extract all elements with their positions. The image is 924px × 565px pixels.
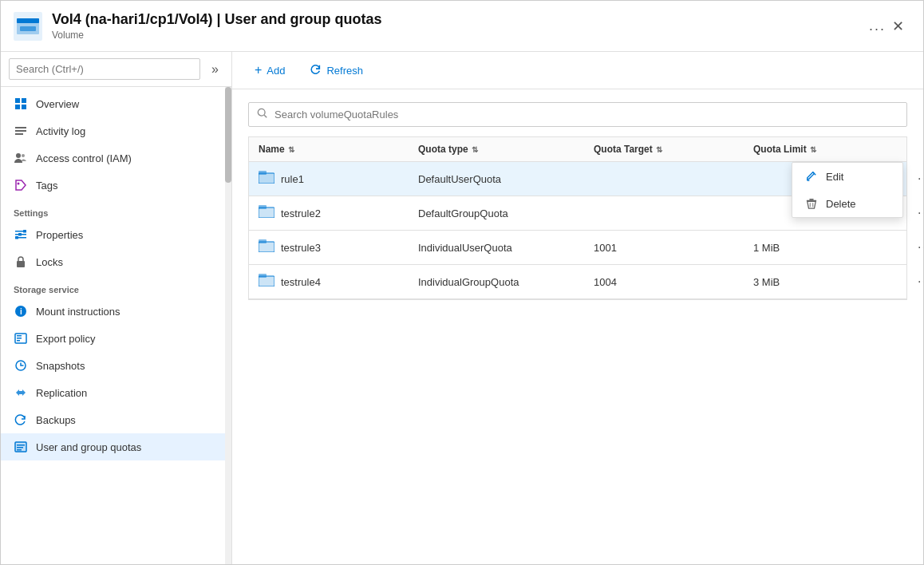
svg-point-13 bbox=[18, 183, 20, 185]
header-ellipsis-button[interactable]: ... bbox=[869, 18, 886, 34]
svg-rect-26 bbox=[17, 340, 20, 342]
search-input[interactable] bbox=[9, 58, 200, 80]
sidebar-item-label-tags: Tags bbox=[36, 180, 57, 192]
edit-label: Edit bbox=[826, 171, 843, 183]
snapshot-icon bbox=[14, 358, 28, 373]
td-type-testrule4: IndividualGroupQuota bbox=[409, 268, 584, 296]
header-subtitle: Volume bbox=[52, 30, 856, 41]
sidebar-item-properties[interactable]: Properties bbox=[1, 221, 231, 248]
row-menu-button-rule1[interactable]: ··· bbox=[913, 170, 923, 188]
svg-rect-7 bbox=[22, 105, 26, 109]
sidebar-item-label-snapshots: Snapshots bbox=[36, 360, 85, 372]
td-target-testrule2 bbox=[584, 205, 744, 221]
context-menu: Edit Delete bbox=[792, 162, 903, 218]
trash-icon bbox=[805, 197, 818, 210]
iam-icon bbox=[14, 151, 28, 165]
context-menu-edit[interactable]: Edit bbox=[792, 163, 902, 190]
sidebar-item-label-quotas: User and group quotas bbox=[36, 441, 141, 453]
sidebar-nav: Overview Activity log Acce bbox=[1, 87, 231, 464]
refresh-icon bbox=[310, 64, 322, 77]
refresh-button[interactable]: Refresh bbox=[304, 61, 369, 81]
sort-icon-quota-type[interactable]: ⇅ bbox=[472, 145, 478, 154]
replication-icon bbox=[14, 385, 28, 400]
resource-name: Vol4 (na-hari1/cp1/Vol4) bbox=[52, 11, 212, 27]
svg-rect-3 bbox=[20, 26, 36, 31]
storage-section-header: Storage service bbox=[1, 275, 231, 298]
table-row: rule1 DefaultUserQuota ··· bbox=[249, 162, 906, 196]
svg-point-11 bbox=[16, 153, 21, 158]
sidebar-item-overview[interactable]: Overview bbox=[1, 90, 231, 117]
quota-table: Name ⇅ Quota type ⇅ Quota Target ⇅ Quo bbox=[248, 136, 907, 300]
sidebar-item-locks[interactable]: Locks bbox=[1, 248, 231, 275]
svg-rect-41 bbox=[809, 199, 813, 200]
sidebar-item-label-locks: Locks bbox=[36, 256, 63, 268]
sidebar-scroll: Overview Activity log Acce bbox=[1, 87, 231, 564]
col-header-quota-type: Quota type ⇅ bbox=[409, 137, 584, 161]
app-header: Vol4 (na-hari1/cp1/Vol4) | User and grou… bbox=[1, 1, 923, 52]
sidebar-item-user-group-quotas[interactable]: User and group quotas bbox=[1, 433, 231, 460]
svg-rect-17 bbox=[23, 230, 26, 233]
content-area: Name ⇅ Quota type ⇅ Quota Target ⇅ Quo bbox=[232, 89, 923, 564]
close-button[interactable]: ✕ bbox=[886, 14, 910, 38]
cell-name-testrule2: testrule2 bbox=[281, 207, 321, 219]
sidebar-item-label-backups: Backups bbox=[36, 414, 76, 426]
td-actions-rule1: ··· Edit bbox=[903, 162, 923, 196]
col-header-actions bbox=[903, 137, 923, 161]
sidebar-item-activity-log[interactable]: Activity log bbox=[1, 117, 231, 144]
sort-icon-quota-limit[interactable]: ⇅ bbox=[810, 145, 816, 154]
td-actions-testrule2: ··· bbox=[903, 196, 923, 230]
sort-icon-name[interactable]: ⇅ bbox=[288, 145, 294, 154]
svg-text:i: i bbox=[20, 307, 22, 316]
svg-line-34 bbox=[264, 115, 267, 117]
svg-rect-30 bbox=[17, 444, 25, 446]
col-header-quota-limit: Quota Limit ⇅ bbox=[744, 137, 903, 161]
sidebar-item-replication[interactable]: Replication bbox=[1, 379, 231, 406]
td-type-testrule2: DefaultGroupQuota bbox=[409, 200, 584, 227]
search-bar-icon bbox=[257, 108, 268, 121]
col-header-quota-target: Quota Target ⇅ bbox=[584, 137, 744, 161]
row-menu-button-testrule3[interactable]: ··· bbox=[913, 239, 923, 256]
td-target-rule1 bbox=[584, 171, 744, 187]
svg-rect-47 bbox=[259, 205, 267, 209]
add-label: Add bbox=[267, 65, 285, 77]
sort-icon-quota-target[interactable]: ⇅ bbox=[656, 145, 662, 154]
export-icon bbox=[14, 331, 28, 346]
td-actions-testrule4: ··· bbox=[903, 265, 923, 298]
row-icon-testrule4 bbox=[259, 274, 274, 290]
table-header: Name ⇅ Quota type ⇅ Quota Target ⇅ Quo bbox=[249, 137, 906, 162]
collapse-button[interactable]: » bbox=[207, 61, 223, 78]
cell-name-testrule4: testrule4 bbox=[281, 276, 321, 288]
td-type-testrule3: IndividualUserQuota bbox=[409, 234, 584, 262]
sidebar-item-access-control[interactable]: Access control (IAM) bbox=[1, 144, 231, 172]
sidebar-item-backups[interactable]: Backups bbox=[1, 406, 231, 433]
properties-icon bbox=[14, 227, 28, 242]
sidebar-item-label-export: Export policy bbox=[36, 333, 95, 345]
svg-rect-9 bbox=[15, 130, 26, 132]
svg-rect-32 bbox=[17, 449, 22, 451]
svg-point-12 bbox=[22, 154, 25, 157]
svg-rect-8 bbox=[15, 127, 26, 128]
sidebar-item-export-policy[interactable]: Export policy bbox=[1, 325, 231, 352]
svg-rect-6 bbox=[15, 105, 20, 109]
add-button[interactable]: + Add bbox=[248, 60, 291, 81]
context-menu-delete[interactable]: Delete bbox=[792, 190, 902, 217]
sidebar-item-snapshots[interactable]: Snapshots bbox=[1, 352, 231, 379]
sidebar-item-mount-instructions[interactable]: i Mount instructions bbox=[1, 298, 231, 325]
row-icon-testrule2 bbox=[259, 205, 274, 221]
activity-icon bbox=[14, 124, 28, 138]
sidebar-item-label-replication: Replication bbox=[36, 387, 87, 399]
svg-rect-2 bbox=[17, 18, 39, 23]
row-menu-button-testrule4[interactable]: ··· bbox=[913, 273, 923, 290]
sidebar-item-label-overview: Overview bbox=[36, 98, 79, 110]
title-separator: | bbox=[216, 11, 224, 27]
row-menu-button-testrule2[interactable]: ··· bbox=[913, 204, 923, 222]
quota-search-bar bbox=[248, 102, 907, 127]
svg-rect-19 bbox=[15, 236, 18, 239]
svg-rect-31 bbox=[17, 447, 23, 448]
sidebar-item-label-mount: Mount instructions bbox=[36, 306, 120, 318]
svg-point-33 bbox=[258, 109, 265, 116]
quota-search-input[interactable] bbox=[274, 109, 898, 121]
sidebar-item-label-iam: Access control (IAM) bbox=[36, 152, 132, 164]
sidebar-item-tags[interactable]: Tags bbox=[1, 172, 231, 199]
row-icon-rule1 bbox=[259, 171, 274, 187]
